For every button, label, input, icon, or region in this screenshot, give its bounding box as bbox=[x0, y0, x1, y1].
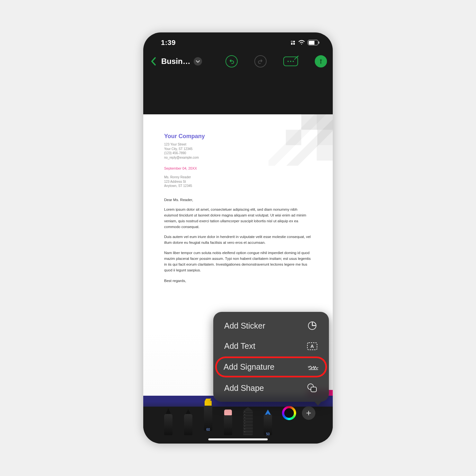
paragraph-1: Lorem ipsum dolor sit amet, consectetuer… bbox=[164, 207, 312, 230]
add-menu-popup: Add Sticker Add Text A Add Signature × A… bbox=[213, 312, 329, 402]
document-title: Busin… bbox=[161, 57, 190, 66]
menu-item-add-signature[interactable]: Add Signature × bbox=[215, 357, 327, 377]
add-element-button[interactable]: + bbox=[302, 406, 315, 420]
battery-icon: 63 bbox=[308, 40, 319, 45]
title-dropdown-button[interactable] bbox=[194, 57, 202, 66]
back-button[interactable] bbox=[149, 57, 158, 66]
status-time: 1:39 bbox=[161, 39, 176, 47]
fine-pen-tool[interactable] bbox=[181, 408, 196, 435]
home-indicator[interactable] bbox=[208, 438, 268, 440]
wifi-icon bbox=[298, 40, 305, 46]
menu-item-add-text[interactable]: Add Text A bbox=[216, 336, 326, 356]
color-picker-button[interactable] bbox=[282, 406, 296, 420]
svg-text:A: A bbox=[311, 343, 314, 349]
ruler-tool[interactable] bbox=[240, 408, 256, 435]
menu-item-label: Add Sticker bbox=[224, 321, 265, 331]
undo-button[interactable] bbox=[225, 55, 238, 67]
page-decoration bbox=[269, 114, 333, 166]
menu-item-label: Add Text bbox=[224, 341, 255, 351]
eraser-tool[interactable] bbox=[220, 408, 236, 435]
redo-button[interactable] bbox=[254, 55, 267, 67]
menu-item-add-shape[interactable]: Add Shape bbox=[216, 378, 326, 398]
pencil-tool[interactable]: 50 bbox=[260, 408, 276, 435]
highlighter-tool[interactable]: 60 bbox=[200, 403, 216, 431]
sticker-icon bbox=[306, 321, 318, 331]
letter-date: September 04, 20XX bbox=[164, 166, 312, 171]
tool-size-label: 50 bbox=[260, 432, 276, 436]
status-bar: 1:39 63 bbox=[143, 32, 333, 50]
menu-item-add-sticker[interactable]: Add Sticker bbox=[216, 316, 326, 336]
status-icons: 63 bbox=[291, 40, 319, 46]
more-tools-button[interactable] bbox=[283, 57, 298, 66]
paragraph-2: Duis autem vel eum iriure dolor in hendr… bbox=[164, 234, 312, 246]
focus-mode-icon bbox=[291, 41, 295, 45]
brush-tool[interactable] bbox=[161, 408, 176, 435]
salutation: Dear Ms. Reader, bbox=[164, 197, 312, 203]
markup-mode-button[interactable] bbox=[315, 55, 327, 67]
paragraph-3: Nam liber tempor cum soluta nobis eleife… bbox=[164, 250, 312, 273]
app-toolbar: Busin… bbox=[143, 50, 333, 73]
tool-size-label: 60 bbox=[200, 428, 216, 431]
menu-item-label: Add Signature bbox=[224, 362, 274, 372]
text-box-icon: A bbox=[306, 342, 318, 350]
recipient-address: Ms. Ronny Reader 123 Address St Anytown,… bbox=[164, 175, 312, 188]
wand-accent-icon bbox=[294, 55, 299, 62]
shape-icon bbox=[306, 383, 318, 393]
phone-frame: 1:39 63 Busin… bbox=[143, 32, 333, 444]
closing: Best regards, bbox=[164, 278, 312, 284]
menu-item-label: Add Shape bbox=[224, 383, 264, 393]
signature-icon: × bbox=[307, 363, 319, 371]
markup-tool-tray: 60 50 + bbox=[143, 402, 333, 444]
svg-rect-6 bbox=[311, 387, 316, 392]
